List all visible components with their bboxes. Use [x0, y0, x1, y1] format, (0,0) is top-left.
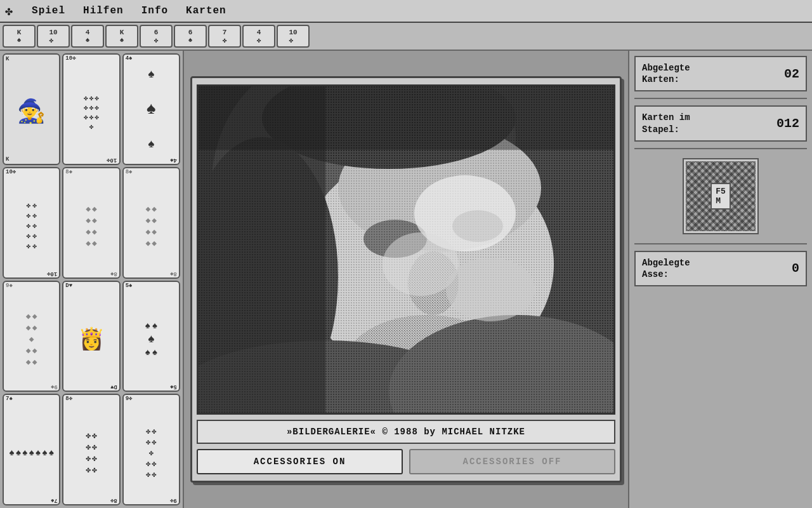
copyright-bar: »BILDERGALERIE« © 1988 by MICHAEL NITZKE: [197, 420, 615, 444]
svg-point-27: [446, 258, 535, 321]
toolbar-card-8[interactable]: 4✤: [242, 25, 275, 48]
toolbar-card-9[interactable]: 10✤: [277, 25, 310, 48]
accessories-off-button[interactable]: ACCESSORIES OFF: [409, 449, 615, 474]
right-panel: AbgelegteKarten: 02 Karten imStapel: 012…: [628, 51, 812, 508]
abgelegte-asse-value: 0: [774, 261, 799, 276]
toolbar-card-5[interactable]: 6✤: [140, 25, 173, 48]
divider-2: [634, 148, 807, 149]
card-queen-hearts[interactable]: D♥ 👸 D♥: [62, 281, 120, 392]
accessories-on-button[interactable]: ACCESSORIES ON: [197, 449, 403, 474]
card-8-cross[interactable]: 8✤ ✤✤ ✤✤ ✤✤ ✤✤ 8✤: [62, 394, 120, 505]
menu-karten[interactable]: Karten: [177, 3, 235, 19]
abgelegte-asse-label: AbgelegteAsse:: [642, 257, 690, 280]
card-10-cross[interactable]: 10✤ ✤✤✤ ✤✤✤ ✤✤✤ ✤ 10✤: [62, 53, 120, 165]
toolbar: K♠ 10✤ 4♠ K♠ 6✤ 6♠ 7✤ 4✤ 10✤: [0, 23, 812, 51]
center-dialog: »BILDERGALERIE« © 1988 by MICHAEL NITZKE…: [184, 51, 628, 508]
menu-spiel[interactable]: Spiel: [23, 3, 74, 19]
toolbar-card-1[interactable]: K♠: [3, 25, 36, 48]
card-9-diamond[interactable]: 9◆ ◆◆ ◆◆ ◆ ◆◆ ◆◆ 9◆: [3, 281, 60, 392]
svg-rect-26: [199, 86, 615, 150]
left-card-panel: 🧙 K K 10✤ ✤✤✤ ✤✤✤ ✤✤✤ ✤ 10✤ 4♠ ♠ ♠ ♠ 4♠: [0, 51, 184, 508]
menu-info[interactable]: Info: [133, 3, 177, 19]
divider-3: [634, 243, 807, 244]
menu-hilfen[interactable]: Hilfen: [74, 3, 133, 19]
card-back-display[interactable]: F5M: [683, 158, 759, 234]
divider-1: [634, 98, 807, 99]
abgelegte-karten-box: AbgelegteKarten: 02: [634, 56, 807, 91]
card-5-spade[interactable]: 5♠ ♠♠ ♠ ♠♠ 5♠: [122, 281, 180, 392]
card-9-cross[interactable]: 9✤ ✤✤ ✤✤ ✤ ✤✤ ✤✤ 9✤: [122, 394, 180, 505]
toolbar-card-6[interactable]: 6♠: [174, 25, 207, 48]
copyright-text: »BILDERGALERIE« © 1988 by MICHAEL NITZKE: [287, 427, 525, 437]
card-back-label: F5M: [710, 183, 731, 210]
toolbar-card-2[interactable]: 10✤: [37, 25, 70, 48]
card-10-cross-2[interactable]: 10✤ ✤✤ ✤✤ ✤✤ ✤✤ ✤✤ 10✤: [3, 167, 60, 279]
abgelegte-karten-value: 02: [774, 67, 799, 81]
card-4-spade[interactable]: 4♠ ♠ ♠ ♠ 4♠: [122, 53, 180, 165]
abgelegte-asse-box: AbgelegteAsse: 0: [634, 251, 807, 286]
toolbar-card-4[interactable]: K♠: [105, 25, 138, 48]
karten-stapel-value: 012: [774, 116, 799, 131]
dialog-box: »BILDERGALERIE« © 1988 by MICHAEL NITZKE…: [190, 76, 622, 483]
karten-stapel-label: Karten imStapel:: [642, 112, 690, 135]
toolbar-card-7[interactable]: 7✤: [208, 25, 241, 48]
buttons-row: ACCESSORIES ON ACCESSORIES OFF: [197, 449, 615, 474]
menubar: ✤ Spiel Hilfen Info Karten: [0, 0, 812, 23]
card-7-spade[interactable]: 7♠ ♠♠ ♠ ♠♠ ♠♠ 7♠: [3, 394, 60, 505]
card-8-diamond-2[interactable]: 8◆ ◆◆ ◆◆ ◆◆ ◆◆ 8◆: [122, 167, 180, 279]
abgelegte-karten-label: AbgelegteKarten:: [642, 62, 690, 85]
toolbar-card-3[interactable]: 4♠: [71, 25, 104, 48]
card-back-pattern: F5M: [686, 161, 756, 231]
card-joker[interactable]: 🧙 K K: [3, 53, 60, 165]
card-8-diamond[interactable]: 8◆ ◆◆ ◆◆ ◆◆ ◆◆ 8◆: [62, 167, 120, 279]
photo-frame: [197, 84, 615, 415]
main-area: 🧙 K K 10✤ ✤✤✤ ✤✤✤ ✤✤✤ ✤ 10✤ 4♠ ♠ ♠ ♠ 4♠: [0, 51, 812, 508]
karten-stapel-box: Karten imStapel: 012: [634, 105, 807, 141]
photo-image: [199, 86, 615, 415]
app-icon: ✤: [5, 3, 13, 19]
